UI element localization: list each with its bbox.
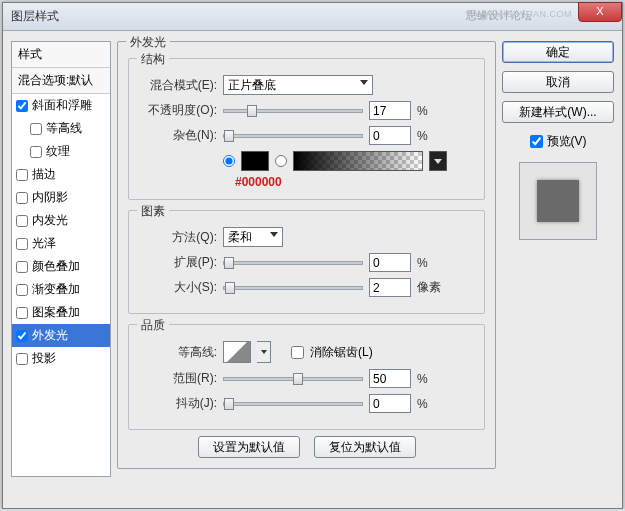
spread-slider[interactable] (223, 261, 363, 265)
sidebar-item-11[interactable]: 投影 (12, 347, 110, 370)
style-checkbox[interactable] (16, 215, 28, 227)
blend-mode-value: 正片叠底 (228, 77, 276, 94)
gradient-dropdown[interactable] (429, 151, 447, 171)
sidebar-item-6[interactable]: 光泽 (12, 232, 110, 255)
quality-group: 品质 等高线: 消除锯齿(L) 范围(R): % (128, 324, 485, 430)
noise-input[interactable] (369, 126, 411, 145)
style-checkbox[interactable] (16, 261, 28, 273)
sidebar-item-3[interactable]: 描边 (12, 163, 110, 186)
style-checkbox[interactable] (16, 284, 28, 296)
range-input[interactable] (369, 369, 411, 388)
style-checkbox[interactable] (16, 238, 28, 250)
close-button[interactable]: X (578, 2, 622, 22)
sidebar-item-label: 投影 (32, 350, 56, 367)
contour-label: 等高线: (139, 344, 217, 361)
size-input[interactable] (369, 278, 411, 297)
jitter-slider[interactable] (223, 402, 363, 406)
size-label: 大小(S): (139, 279, 217, 296)
style-checkbox[interactable] (16, 192, 28, 204)
sidebar-blend-options[interactable]: 混合选项:默认 (12, 68, 110, 94)
new-style-button[interactable]: 新建样式(W)... (502, 101, 614, 123)
sidebar-item-label: 内阴影 (32, 189, 68, 206)
titlebar: 图层样式 思缘设计论坛 WWW.MISSYUAN.COM X (3, 3, 622, 31)
set-default-button[interactable]: 设置为默认值 (198, 436, 300, 458)
noise-unit: % (417, 129, 428, 143)
blend-mode-select[interactable]: 正片叠底 (223, 75, 373, 95)
contour-dropdown[interactable] (257, 341, 271, 363)
sidebar-item-label: 内发光 (32, 212, 68, 229)
antialias-label: 消除锯齿(L) (310, 344, 373, 361)
technique-value: 柔和 (228, 229, 252, 246)
sidebar-item-label: 外发光 (32, 327, 68, 344)
reset-default-button[interactable]: 复位为默认值 (314, 436, 416, 458)
cancel-button[interactable]: 取消 (502, 71, 614, 93)
jitter-input[interactable] (369, 394, 411, 413)
sidebar-item-9[interactable]: 图案叠加 (12, 301, 110, 324)
hex-annotation: #000000 (235, 175, 474, 189)
style-checkbox[interactable] (30, 123, 42, 135)
style-checkbox[interactable] (16, 307, 28, 319)
sidebar-item-label: 图案叠加 (32, 304, 80, 321)
sidebar-item-2[interactable]: 纹理 (12, 140, 110, 163)
chevron-down-icon (270, 232, 278, 237)
size-unit: 像素 (417, 279, 441, 296)
window-title: 图层样式 (11, 8, 59, 25)
jitter-label: 抖动(J): (139, 395, 217, 412)
sidebar-item-7[interactable]: 颜色叠加 (12, 255, 110, 278)
structure-legend: 结构 (137, 51, 169, 68)
opacity-unit: % (417, 104, 428, 118)
structure-group: 结构 混合模式(E): 正片叠底 不透明度(O): % 杂色( (128, 58, 485, 200)
sidebar-item-1[interactable]: 等高线 (12, 117, 110, 140)
opacity-slider[interactable] (223, 109, 363, 113)
size-slider[interactable] (223, 286, 363, 290)
sidebar-item-5[interactable]: 内发光 (12, 209, 110, 232)
sidebar-item-label: 斜面和浮雕 (32, 97, 92, 114)
style-checkbox[interactable] (30, 146, 42, 158)
noise-slider[interactable] (223, 134, 363, 138)
preview-box (519, 162, 597, 240)
defaults-row: 设置为默认值 复位为默认值 (128, 436, 485, 458)
sidebar-item-0[interactable]: 斜面和浮雕 (12, 94, 110, 117)
style-checkbox[interactable] (16, 353, 28, 365)
sidebar-header[interactable]: 样式 (12, 42, 110, 68)
sidebar-item-label: 等高线 (46, 120, 82, 137)
style-checkbox[interactable] (16, 169, 28, 181)
ok-button[interactable]: 确定 (502, 41, 614, 63)
color-solid-radio[interactable] (223, 155, 235, 167)
right-panel: 确定 取消 新建样式(W)... 预览(V) (502, 41, 614, 477)
contour-picker[interactable] (223, 341, 251, 363)
quality-legend: 品质 (137, 317, 169, 334)
sidebar-item-label: 纹理 (46, 143, 70, 160)
preview-swatch (537, 180, 579, 222)
elements-legend: 图素 (137, 203, 169, 220)
sidebar-item-label: 颜色叠加 (32, 258, 80, 275)
chevron-down-icon (360, 80, 368, 85)
sidebar-item-label: 渐变叠加 (32, 281, 80, 298)
panel-title: 外发光 (126, 34, 170, 51)
range-unit: % (417, 372, 428, 386)
sidebar-item-8[interactable]: 渐变叠加 (12, 278, 110, 301)
range-slider[interactable] (223, 377, 363, 381)
color-gradient-radio[interactable] (275, 155, 287, 167)
antialias-checkbox[interactable] (291, 346, 304, 359)
preview-check-row: 预览(V) (502, 133, 614, 150)
range-label: 范围(R): (139, 370, 217, 387)
forum-url: WWW.MISSYUAN.COM (466, 9, 572, 19)
preview-checkbox[interactable] (530, 135, 543, 148)
styles-sidebar: 样式 混合选项:默认 斜面和浮雕等高线纹理描边内阴影内发光光泽颜色叠加渐变叠加图… (11, 41, 111, 477)
outer-glow-group: 外发光 结构 混合模式(E): 正片叠底 不透明度(O): % (117, 41, 496, 469)
technique-label: 方法(Q): (139, 229, 217, 246)
sidebar-item-label: 描边 (32, 166, 56, 183)
opacity-label: 不透明度(O): (139, 102, 217, 119)
style-checkbox[interactable] (16, 100, 28, 112)
technique-select[interactable]: 柔和 (223, 227, 283, 247)
style-checkbox[interactable] (16, 330, 28, 342)
elements-group: 图素 方法(Q): 柔和 扩展(P): % 大小(S): (128, 210, 485, 314)
sidebar-item-10[interactable]: 外发光 (12, 324, 110, 347)
gradient-swatch[interactable] (293, 151, 423, 171)
preview-label: 预览(V) (547, 133, 587, 150)
opacity-input[interactable] (369, 101, 411, 120)
color-swatch[interactable] (241, 151, 269, 171)
spread-input[interactable] (369, 253, 411, 272)
sidebar-item-4[interactable]: 内阴影 (12, 186, 110, 209)
